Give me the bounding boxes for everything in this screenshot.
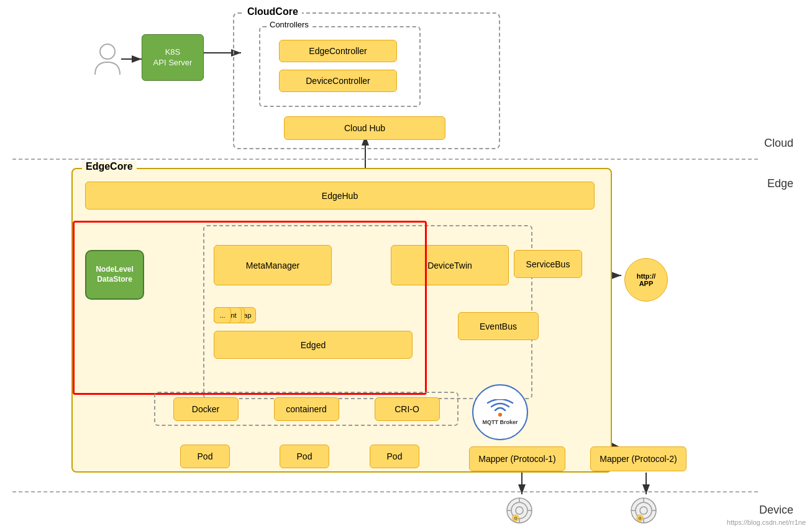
service-bus-label: ServiceBus: [526, 259, 570, 269]
mapper2-box: Mapper (Protocol-2): [590, 446, 687, 471]
http-app-label: http://APP: [637, 272, 656, 287]
device-controller-label: DeviceController: [306, 76, 370, 86]
device-controller-box: DeviceController: [279, 70, 397, 92]
cloud-zone-label: Cloud: [764, 137, 793, 150]
cloud-hub-label: Cloud Hub: [344, 123, 385, 133]
device-twin-label: DeviceTwin: [427, 261, 472, 270]
http-app-circle: http://APP: [624, 258, 668, 302]
module-etc: ...: [214, 307, 231, 323]
cloud-hub-box: Cloud Hub: [284, 116, 445, 140]
svg-text:⚙: ⚙: [638, 516, 642, 520]
meta-manager-box: MetaManager: [214, 245, 332, 285]
edgehub-label: EdgeHub: [322, 191, 358, 201]
crio-label: CRI-O: [395, 404, 419, 414]
pod-box-1: Pod: [180, 445, 230, 468]
mqtt-broker-circle: MQTT Broker: [472, 384, 528, 440]
containers-dashed-box: Docker containerd CRI-O: [154, 392, 458, 426]
node-level-datastore-box: NodeLevelDataStore: [85, 250, 144, 300]
service-bus-box: ServiceBus: [514, 250, 582, 278]
mapper2-label: Mapper (Protocol-2): [600, 454, 677, 464]
diagram-container: Cloud Edge Device K8SAPI Server CloudCor…: [0, 0, 812, 531]
k8s-api-server-box: K8SAPI Server: [142, 34, 204, 81]
device-icon-2: ⚙: [627, 494, 660, 527]
mapper1-box: Mapper (Protocol-1): [469, 446, 565, 471]
pod-1-label: Pod: [198, 451, 213, 461]
pod-box-2: Pod: [280, 445, 329, 468]
cloud-edge-divider: [12, 159, 758, 160]
edged-label: Edged: [301, 340, 326, 350]
node-level-datastore-label: NodeLevelDataStore: [96, 265, 134, 284]
pod-box-3: Pod: [370, 445, 419, 468]
containerd-label: containerd: [286, 404, 326, 414]
device-icon-1: ⚙: [503, 494, 536, 527]
event-bus-label: EventBus: [480, 321, 517, 331]
mqtt-label: MQTT Broker: [482, 419, 518, 425]
device-twin-box: DeviceTwin: [391, 245, 509, 285]
edgecore-container: EdgeCore EdgeHub MetaManager DeviceTwin …: [71, 168, 612, 473]
meta-manager-label: MetaManager: [246, 261, 299, 270]
controllers-container: Controllers EdgeController DeviceControl…: [259, 26, 421, 107]
svg-point-25: [100, 44, 115, 59]
svg-text:⚙: ⚙: [514, 516, 518, 520]
pod-3-label: Pod: [387, 451, 403, 461]
containerd-box: containerd: [274, 397, 339, 421]
edge-controller-label: EdgeController: [309, 46, 367, 56]
mapper1-label: Mapper (Protocol-1): [478, 454, 556, 464]
edge-zone-label: Edge: [767, 177, 793, 190]
svg-point-26: [498, 413, 502, 417]
user-icon: [92, 40, 123, 78]
controllers-label: Controllers: [267, 20, 312, 29]
edge-device-divider: [12, 491, 758, 492]
k8s-label: K8SAPI Server: [153, 47, 193, 68]
docker-label: Docker: [192, 404, 219, 414]
device-zone-label: Device: [759, 504, 793, 517]
event-bus-box: EventBus: [458, 312, 539, 340]
watermark: https://blog.csdn.net/rr1ne: [727, 519, 806, 526]
crio-box: CRI-O: [375, 397, 440, 421]
cloudcore-container: CloudCore Controllers EdgeController Dev…: [233, 12, 500, 149]
edge-controller-box: EdgeController: [279, 40, 397, 62]
docker-box: Docker: [173, 397, 239, 421]
edged-box: Edged: [214, 331, 413, 359]
cloudcore-label: CloudCore: [244, 6, 302, 17]
edgehub-box: EdgeHub: [85, 182, 595, 210]
edgecore-label: EdgeCore: [82, 161, 137, 172]
pod-2-label: Pod: [297, 451, 312, 461]
